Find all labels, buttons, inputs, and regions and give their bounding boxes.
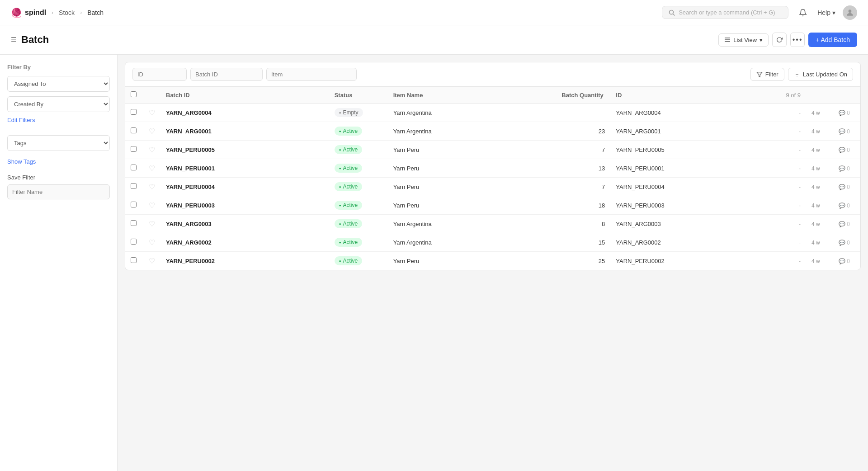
edit-filters-link[interactable]: Edit Filters [7,117,110,123]
more-options-button[interactable]: ••• [790,33,805,47]
row-checkbox-6[interactable] [131,220,137,226]
search-batch-id-input[interactable] [190,68,263,81]
filter-by-label: Filter By [7,64,110,71]
favorite-icon-7[interactable]: ♡ [149,239,155,246]
batch-id-value[interactable]: YARN_PERU0001 [166,165,215,172]
status-badge: ● Active [335,127,363,136]
row-dash-cell: - [779,233,806,252]
col-header-status[interactable]: Status [329,87,388,104]
filter-name-input[interactable] [7,184,110,199]
row-status-cell: ● Active [329,233,388,252]
row-batchid-cell: YARN_PERU0001 [160,159,329,178]
select-all-checkbox[interactable] [131,91,137,97]
batch-id-value[interactable]: YARN_ARG0001 [166,128,212,135]
status-label: Active [343,221,358,227]
row-checkbox-2[interactable] [131,146,137,152]
tags-select[interactable]: Tags [7,135,110,151]
nav-right: Search or type a command (Ctrl + G) Help… [662,5,857,20]
add-batch-button[interactable]: + Add Batch [808,33,857,47]
logo-icon: 🧶 [11,7,22,18]
row-checkbox-8[interactable] [131,257,137,263]
search-bar[interactable]: Search or type a command (Ctrl + G) [662,6,788,19]
show-tags-link[interactable]: Show Tags [7,158,110,165]
row-dash-cell: - [779,196,806,215]
table-row: ♡ YARN_PERU0005 ● Active Yarn Peru 7 YAR… [125,141,860,159]
app-logo[interactable]: 🧶 spindl [11,7,46,18]
col-header-qty[interactable]: Batch Quantity [556,87,610,104]
row-fav-cell: ♡ [143,233,160,252]
assigned-to-select[interactable]: Assigned To [7,76,110,92]
refresh-icon [776,37,783,43]
row-qty-cell: 13 [556,159,610,178]
search-item-input[interactable] [266,68,357,81]
badge-dot: ● [339,203,341,207]
menu-icon[interactable]: ☰ [11,36,17,43]
save-filter-label: Save Filter [7,174,110,181]
time-value: 4 w [811,240,820,246]
search-id-input[interactable] [132,68,187,81]
favorite-icon-4[interactable]: ♡ [149,183,155,191]
favorite-icon-8[interactable]: ♡ [149,257,155,265]
breadcrumb-batch[interactable]: Batch [87,9,104,16]
sort-button[interactable]: Last Updated On [788,68,853,81]
row-id-cell: YARN_PERU0005 [610,141,779,159]
id-value: YARN_ARG0002 [616,239,660,246]
notification-icon[interactable] [796,5,810,20]
refresh-button[interactable] [772,33,787,47]
filter-button[interactable]: Filter [750,68,784,81]
time-value: 4 w [811,110,820,116]
row-check-cell [125,104,143,122]
batch-id-value[interactable]: YARN_PERU0002 [166,258,215,264]
col-header-id[interactable]: ID [610,87,779,104]
comment-icon: 💬 0 [839,184,850,190]
batch-id-value[interactable]: YARN_PERU0005 [166,146,215,153]
row-id-cell: YARN_ARG0004 [610,104,779,122]
list-view-button[interactable]: List View ▾ [718,33,769,47]
badge-dot: ● [339,129,341,133]
sidebar: Filter By Assigned To Created By Edit Fi… [0,55,118,471]
col-header-batchid[interactable]: Batch ID [160,87,329,104]
breadcrumb-stock[interactable]: Stock [59,9,75,16]
row-status-cell: ● Empty [329,104,388,122]
favorite-icon-3[interactable]: ♡ [149,165,155,172]
favorite-icon-1[interactable]: ♡ [149,127,155,135]
batch-id-value[interactable]: YARN_ARG0002 [166,239,212,246]
row-checkbox-7[interactable] [131,239,137,245]
col-header-item[interactable]: Item Name [388,87,557,104]
item-name-value: Yarn Peru [393,165,420,172]
row-check-cell [125,178,143,196]
col-header-time [806,87,833,104]
status-badge: ● Active [335,238,363,247]
row-item-cell: Yarn Argentina [388,104,557,122]
batch-id-value[interactable]: YARN_ARG0003 [166,221,212,227]
user-avatar[interactable] [843,5,857,20]
batch-id-value[interactable]: YARN_PERU0003 [166,202,215,209]
comment-icon: 💬 0 [839,165,850,172]
row-checkbox-3[interactable] [131,165,137,170]
row-comments-cell: 💬 0 [833,159,860,178]
favorite-icon-2[interactable]: ♡ [149,146,155,154]
row-checkbox-1[interactable] [131,127,137,133]
favorite-icon-6[interactable]: ♡ [149,220,155,228]
row-checkbox-0[interactable] [131,109,137,115]
batch-quantity-value: 8 [602,221,605,227]
row-dash-cell: - [779,104,806,122]
table-search-row: Filter Last Updated On [125,62,860,87]
favorite-icon-0[interactable]: ♡ [149,109,155,117]
batch-id-value[interactable]: YARN_PERU0004 [166,184,215,190]
row-batchid-cell: YARN_ARG0003 [160,215,329,233]
created-by-select[interactable]: Created By [7,96,110,112]
help-button[interactable]: Help ▾ [817,9,835,16]
favorite-icon-5[interactable]: ♡ [149,202,155,209]
svg-point-1 [849,9,852,13]
data-table: Batch ID Status Item Name Batch Quantity… [125,87,860,270]
page-title-area: ☰ Batch [11,34,49,46]
row-checkbox-4[interactable] [131,183,137,189]
row-id-cell: YARN_ARG0003 [610,215,779,233]
row-id-cell: YARN_PERU0003 [610,196,779,215]
table-container: Filter Last Updated On [125,62,861,270]
row-time-cell: 4 w [806,215,833,233]
batch-id-value[interactable]: YARN_ARG0004 [166,109,212,116]
badge-dot: ● [339,240,341,245]
row-checkbox-5[interactable] [131,202,137,207]
